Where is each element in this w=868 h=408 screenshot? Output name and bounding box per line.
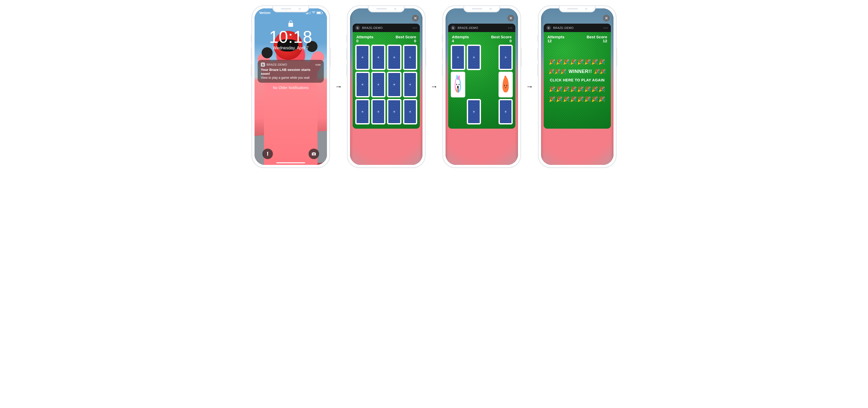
game-card[interactable] [355, 45, 370, 70]
notification-app-name: BRAZE-DEMO [267, 63, 287, 66]
device-notch [559, 6, 596, 12]
game-card[interactable] [467, 45, 481, 70]
game-card[interactable] [387, 99, 401, 124]
phone-game-start: b BRAZE-DEMO ••• Attempts 0 Best Score 0 [347, 5, 426, 168]
device-notch [272, 6, 309, 12]
game-card[interactable] [499, 45, 513, 70]
matched-slot [483, 72, 497, 97]
flashlight-button[interactable] [262, 149, 273, 159]
close-button[interactable] [412, 15, 419, 22]
best-score-label: Best Score [396, 35, 416, 39]
battery-icon [316, 11, 322, 14]
braze-app-icon: b [355, 26, 360, 30]
game-card[interactable] [387, 45, 401, 70]
arrow-icon: → [430, 82, 438, 91]
matched-slot [483, 45, 497, 70]
flow-diagram: Verizon 10:18 Wednesday, April 7 b [5, 5, 863, 168]
more-icon[interactable]: ••• [412, 26, 417, 29]
confetti-icon: 🎉🎉🎉 [549, 68, 566, 74]
cell-signal-icon [306, 11, 311, 14]
more-icon[interactable]: ••• [603, 26, 608, 29]
more-icon[interactable]: ••• [508, 26, 513, 29]
game-board: Attempts 4 Best Score 0 [448, 32, 515, 129]
device-notch [463, 6, 500, 12]
winner-line: 🎉🎉🎉 WINNER!! 🎉🎉 [549, 68, 606, 74]
game-card-face[interactable] [499, 72, 513, 97]
best-score-value: 0 [396, 38, 416, 43]
game-card[interactable] [387, 72, 401, 97]
content-extension-sheet: b BRAZE-DEMO ••• Attempts 0 Best Score 0 [353, 24, 420, 129]
best-score-label: Best Score [491, 35, 512, 39]
sheet-app-name: BRAZE-DEMO [553, 26, 574, 29]
orange-flame-icon [502, 76, 509, 93]
wifi-icon [312, 11, 315, 15]
matched-slot [467, 72, 481, 97]
device-notch [368, 6, 405, 12]
braze-app-icon: b [546, 26, 551, 30]
matched-slot [451, 99, 465, 124]
attempts-label: Attempts [452, 35, 469, 39]
notification-body: View to play a game while you wait [261, 76, 321, 80]
game-card[interactable] [467, 99, 481, 124]
phone-lockscreen: Verizon 10:18 Wednesday, April 7 b [251, 5, 330, 168]
game-card[interactable] [371, 45, 386, 70]
game-card[interactable] [403, 45, 417, 70]
rainbow-flame-icon [454, 76, 462, 93]
content-extension-sheet: b BRAZE-DEMO ••• Attempts 12 Best Score … [544, 24, 611, 129]
attempts-value: 4 [452, 38, 469, 43]
arrow-icon: → [526, 82, 533, 91]
phone-game-winner: b BRAZE-DEMO ••• Attempts 12 Best Score … [538, 5, 617, 168]
attempts-label: Attempts [356, 35, 373, 39]
push-notification[interactable]: b BRAZE-DEMO now Your Braze LAB session … [258, 60, 324, 83]
braze-app-icon: b [261, 62, 265, 67]
game-board: Attempts 0 Best Score 0 [353, 32, 420, 129]
attempts-value: 0 [356, 38, 373, 43]
confetti-icon: 🎉🎉 [594, 68, 606, 74]
game-board: Attempts 12 Best Score 12 🎉🎉🎉🎉🎉🎉🎉🎉 🎉🎉🎉 [544, 32, 611, 129]
card-grid [451, 45, 513, 124]
carrier-label: Verizon [259, 11, 271, 15]
game-card[interactable] [355, 72, 370, 97]
notification-title: Your Braze LAB session starts soon! [261, 68, 321, 76]
sheet-app-name: BRAZE-DEMO [362, 26, 382, 29]
game-card[interactable] [403, 99, 417, 124]
game-card[interactable] [371, 72, 386, 97]
matched-slot [483, 99, 497, 124]
game-card[interactable] [371, 99, 386, 124]
best-score-value: 0 [491, 38, 512, 43]
arrow-icon: → [335, 82, 342, 91]
play-again-button[interactable]: CLICK HERE TO PLAY AGAIN [550, 78, 605, 82]
game-card[interactable] [451, 45, 465, 70]
card-grid [355, 45, 417, 124]
no-older-notifications-label: No Older Notifications [254, 86, 327, 90]
game-card[interactable] [403, 72, 417, 97]
camera-button[interactable] [309, 149, 319, 159]
game-card-face[interactable] [451, 72, 465, 97]
close-button[interactable] [507, 15, 514, 22]
game-card[interactable] [499, 99, 513, 124]
winner-label: WINNER!! [568, 69, 592, 74]
date-label: Wednesday, April 7 [254, 46, 327, 50]
notification-timestamp: now [315, 63, 321, 66]
content-extension-sheet: b BRAZE-DEMO ••• Attempts 4 Best Score 0 [448, 24, 515, 129]
game-card[interactable] [355, 99, 370, 124]
confetti-row: 🎉🎉🎉🎉🎉🎉🎉🎉 [549, 59, 606, 65]
confetti-row: 🎉🎉🎉🎉🎉🎉🎉🎉 [549, 86, 606, 92]
close-button[interactable] [603, 15, 610, 22]
lockscreen-clock: 10:18 Wednesday, April 7 [254, 27, 327, 50]
home-indicator[interactable] [276, 162, 305, 163]
time-label: 10:18 [254, 27, 327, 47]
phone-game-mid: b BRAZE-DEMO ••• Attempts 4 Best Score 0 [442, 5, 521, 168]
confetti-row: 🎉🎉🎉🎉🎉🎉🎉🎉 [549, 96, 606, 102]
braze-app-icon: b [451, 26, 456, 30]
sheet-app-name: BRAZE-DEMO [458, 26, 478, 29]
